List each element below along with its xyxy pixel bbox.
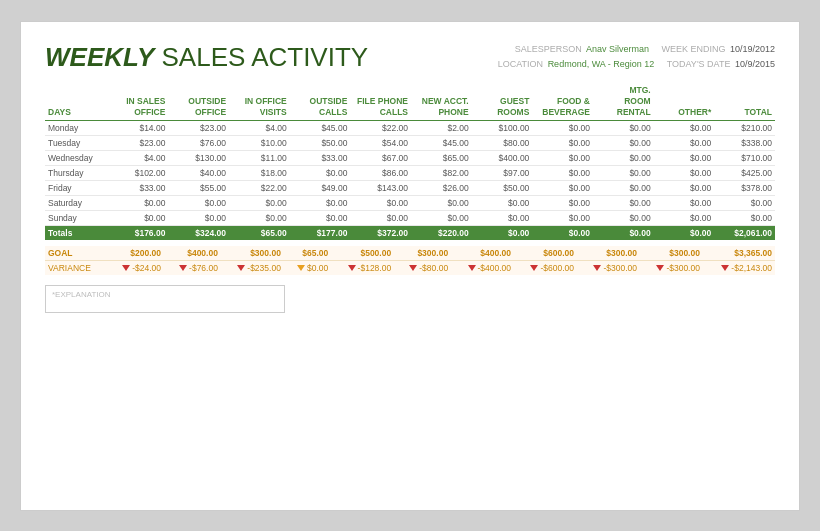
variance-cell: -$300.00: [640, 260, 703, 275]
goal-cell: $3,365.00: [703, 246, 775, 261]
cell-value: $76.00: [168, 135, 229, 150]
totals-row: Totals$176.00$324.00$65.00$177.00$372.00…: [45, 225, 775, 240]
cell-value: $2.00: [411, 120, 472, 135]
cell-value: $4.00: [108, 150, 169, 165]
arrow-down-icon: [348, 265, 356, 271]
arrow-down-icon: [468, 265, 476, 271]
col-header-guest-rooms: GUESTROOMS: [472, 83, 533, 121]
cell-value: $710.00: [714, 150, 775, 165]
cell-value: $0.00: [593, 150, 654, 165]
cell-value: $10.00: [229, 135, 290, 150]
cell-value: $0.00: [290, 210, 351, 225]
goal-cell: $300.00: [221, 246, 284, 261]
cell-value: $50.00: [290, 135, 351, 150]
col-header-outside-office: OUTSIDEOFFICE: [168, 83, 229, 121]
totals-cell: $0.00: [654, 225, 715, 240]
totals-cell: $0.00: [472, 225, 533, 240]
table-body: Monday$14.00$23.00$4.00$45.00$22.00$2.00…: [45, 120, 775, 240]
totals-cell: $65.00: [229, 225, 290, 240]
title-rest: SALES ACTIVITY: [154, 42, 368, 72]
cell-value: $0.00: [350, 210, 411, 225]
col-header-food-bev: FOOD &BEVERAGE: [532, 83, 593, 121]
cell-value: $0.00: [350, 195, 411, 210]
variance-cell: -$24.00: [107, 260, 164, 275]
arrow-down-icon: [179, 265, 187, 271]
cell-value: $0.00: [532, 135, 593, 150]
header-meta: SALESPERSON Anav Silverman WEEK ENDING 1…: [498, 42, 775, 73]
cell-value: $0.00: [593, 180, 654, 195]
arrow-down-icon: [237, 265, 245, 271]
table-row: Saturday$0.00$0.00$0.00$0.00$0.00$0.00$0…: [45, 195, 775, 210]
goal-cell: $500.00: [331, 246, 394, 261]
cell-value: $0.00: [411, 195, 472, 210]
col-header-outside-calls: OUTSIDECALLS: [290, 83, 351, 121]
col-header-total: TOTAL: [714, 83, 775, 121]
cell-value: $0.00: [532, 120, 593, 135]
col-header-other: OTHER*: [654, 83, 715, 121]
cell-value: $97.00: [472, 165, 533, 180]
cell-value: $0.00: [229, 210, 290, 225]
table-row: Tuesday$23.00$76.00$10.00$50.00$54.00$45…: [45, 135, 775, 150]
cell-value: $0.00: [654, 135, 715, 150]
variance-cell: -$300.00: [577, 260, 640, 275]
cell-day: Saturday: [45, 195, 108, 210]
cell-value: $0.00: [593, 120, 654, 135]
cell-value: $0.00: [290, 195, 351, 210]
totals-cell: $324.00: [168, 225, 229, 240]
cell-value: $0.00: [593, 210, 654, 225]
explanation-box[interactable]: *EXPLANATION: [45, 285, 285, 313]
cell-value: $0.00: [168, 210, 229, 225]
goal-section: GOAL$200.00$400.00$300.00$65.00$500.00$3…: [45, 246, 775, 275]
cell-value: $0.00: [229, 195, 290, 210]
cell-value: $22.00: [229, 180, 290, 195]
goal-table: GOAL$200.00$400.00$300.00$65.00$500.00$3…: [45, 246, 775, 275]
cell-value: $130.00: [168, 150, 229, 165]
cell-value: $26.00: [411, 180, 472, 195]
cell-value: $23.00: [108, 135, 169, 150]
cell-value: $0.00: [654, 150, 715, 165]
cell-value: $33.00: [108, 180, 169, 195]
cell-value: $100.00: [472, 120, 533, 135]
salesperson-value: Anav Silverman: [586, 44, 649, 54]
col-header-file-phone: FILE PHONECALLS: [350, 83, 411, 121]
table-row: Thursday$102.00$40.00$18.00$0.00$86.00$8…: [45, 165, 775, 180]
location-value: Redmond, WA - Region 12: [548, 59, 655, 69]
arrow-down-icon: [721, 265, 729, 271]
goal-cell: $300.00: [640, 246, 703, 261]
cell-value: $102.00: [108, 165, 169, 180]
cell-value: $33.00: [290, 150, 351, 165]
cell-value: $0.00: [532, 210, 593, 225]
cell-value: $0.00: [168, 195, 229, 210]
cell-value: $0.00: [593, 165, 654, 180]
cell-value: $400.00: [472, 150, 533, 165]
cell-value: $22.00: [350, 120, 411, 135]
goal-cell: $65.00: [284, 246, 331, 261]
variance-cell: -$400.00: [451, 260, 514, 275]
totals-cell: $176.00: [108, 225, 169, 240]
cell-value: $55.00: [168, 180, 229, 195]
cell-value: $14.00: [108, 120, 169, 135]
salesperson-label: SALESPERSON: [515, 44, 582, 54]
cell-value: $0.00: [714, 195, 775, 210]
cell-value: $45.00: [411, 135, 472, 150]
cell-value: $378.00: [714, 180, 775, 195]
cell-value: $0.00: [472, 210, 533, 225]
variance-cell: -$128.00: [331, 260, 394, 275]
goal-row: GOAL$200.00$400.00$300.00$65.00$500.00$3…: [45, 246, 775, 261]
goal-label: GOAL: [45, 246, 107, 261]
cell-value: $86.00: [350, 165, 411, 180]
explanation-placeholder: *EXPLANATION: [52, 290, 111, 299]
cell-value: $0.00: [714, 210, 775, 225]
cell-value: $11.00: [229, 150, 290, 165]
arrow-neutral-icon: [297, 265, 305, 271]
cell-value: $0.00: [108, 195, 169, 210]
variance-cell: -$76.00: [164, 260, 221, 275]
totals-cell: $177.00: [290, 225, 351, 240]
cell-value: $40.00: [168, 165, 229, 180]
page: WEEKLY SALES ACTIVITY SALESPERSON Anav S…: [20, 21, 800, 511]
cell-value: $49.00: [290, 180, 351, 195]
cell-value: $210.00: [714, 120, 775, 135]
totals-cell: $0.00: [532, 225, 593, 240]
cell-value: $0.00: [593, 135, 654, 150]
cell-value: $54.00: [350, 135, 411, 150]
